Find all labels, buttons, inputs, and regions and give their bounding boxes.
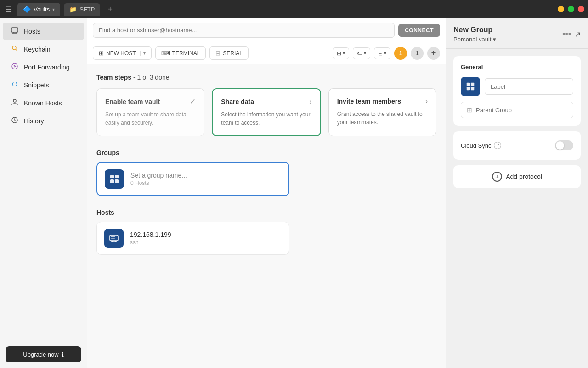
toolbar: CONNECT — [87, 18, 446, 42]
app-body: Hosts Keychain Port Fo — [0, 18, 588, 368]
upgrade-label: Upgrade now — [23, 351, 58, 358]
svg-rect-17 — [111, 236, 113, 237]
hosts-icon — [10, 27, 19, 36]
grid-dropdown-icon: ▾ — [343, 51, 345, 56]
serial-button[interactable]: ⊟ SERIAL — [209, 46, 249, 60]
grid-view-button[interactable]: ⊞ ▾ — [333, 47, 349, 59]
minimize-button[interactable] — [558, 6, 564, 12]
right-panel: New Group Personal vault ▾ ••• ↗ General — [446, 18, 588, 368]
svg-rect-23 — [471, 87, 474, 90]
parent-group-field[interactable]: ⊞ — [461, 102, 573, 118]
sftp-tab-label: SFTP — [79, 6, 95, 13]
step-share-data-header: Share data › — [221, 98, 311, 106]
columns-icon: ⊟ — [378, 50, 383, 57]
step-enable-vault[interactable]: Enable team vault ✓ Set up a team vault … — [96, 88, 204, 136]
sidebar: Hosts Keychain Port Fo — [0, 18, 87, 368]
vaults-tab-label: Vaults — [34, 6, 50, 13]
step-invite-members-title: Invite team members — [337, 98, 401, 105]
sidebar-item-port-forwarding[interactable]: Port Forwarding — [3, 58, 84, 76]
step-invite-members-desc: Grant access to the shared vault to your… — [337, 110, 428, 126]
sidebar-item-keychain[interactable]: Keychain — [3, 40, 84, 58]
badge-orange-button[interactable]: 1 — [394, 47, 407, 60]
new-host-dropdown[interactable]: ▾ — [140, 51, 146, 56]
upgrade-button[interactable]: Upgrade now ℹ — [6, 346, 81, 362]
add-tab-button[interactable]: + — [104, 3, 116, 16]
search-input[interactable] — [93, 23, 395, 38]
maximize-button[interactable] — [568, 6, 574, 12]
hosts-section: Hosts 192.168.1 — [96, 209, 436, 255]
team-steps-title: Team steps — [96, 74, 131, 81]
tag-dropdown-icon: ▾ — [364, 51, 366, 56]
new-host-label: NEW HOST — [106, 50, 136, 57]
svg-rect-0 — [11, 28, 18, 32]
panel-expand-button[interactable]: ↗ — [575, 30, 581, 39]
titlebar: ☰ 🔷 Vaults ▾ 📁 SFTP + — [0, 0, 588, 18]
svg-rect-10 — [115, 175, 119, 178]
grid-icon: ⊞ — [337, 50, 341, 57]
group-count: 0 Hosts — [130, 180, 281, 186]
parent-group-input[interactable] — [476, 107, 567, 114]
step-invite-members[interactable]: Invite team members › Grant access to th… — [328, 88, 436, 136]
close-button[interactable] — [578, 6, 584, 12]
svg-point-4 — [12, 46, 16, 50]
new-host-button[interactable]: ⊞ NEW HOST ▾ — [93, 46, 152, 60]
snippets-label: Snippets — [24, 81, 49, 89]
groups-title: Groups — [96, 149, 436, 156]
panel-general-section: General ⊞ — [453, 56, 581, 126]
panel-group-icon[interactable] — [461, 77, 480, 96]
terminal-label: TERMINAL — [172, 50, 200, 57]
svg-rect-9 — [110, 175, 114, 178]
sidebar-item-history[interactable]: History — [3, 112, 84, 130]
panel-icon-label-row — [461, 77, 573, 96]
panel-more-button[interactable]: ••• — [562, 29, 571, 39]
host-item-1[interactable]: 192.168.1.199 ssh — [96, 222, 289, 255]
sidebar-item-snippets[interactable]: Snippets — [3, 76, 84, 94]
main-content: CONNECT ⊞ NEW HOST ▾ ⌨ TERMINAL ⊟ SERIAL… — [87, 18, 446, 368]
sidebar-item-hosts[interactable]: Hosts — [3, 23, 84, 40]
sidebar-item-known-hosts[interactable]: Known Hosts — [3, 94, 84, 112]
connect-button[interactable]: CONNECT — [398, 24, 440, 37]
columns-view-button[interactable]: ⊟ ▾ — [374, 47, 390, 59]
svg-rect-18 — [113, 236, 115, 237]
panel-subtitle-dropdown-icon: ▾ — [493, 36, 496, 43]
cloud-sync-label: Cloud Sync ? — [461, 142, 501, 149]
team-steps-container: Enable team vault ✓ Set up a team vault … — [96, 88, 436, 136]
columns-dropdown-icon: ▾ — [384, 51, 386, 56]
svg-point-6 — [12, 63, 17, 69]
cloud-sync-help-button[interactable]: ? — [494, 142, 501, 149]
step-invite-members-header: Invite team members › — [337, 97, 428, 105]
serial-icon: ⊟ — [215, 50, 220, 57]
panel-subtitle-vault[interactable]: Personal vault ▾ — [453, 36, 496, 43]
step-enable-vault-desc: Set up a team vault to share data easily… — [105, 110, 196, 127]
terminal-button[interactable]: ⌨ TERMINAL — [155, 46, 206, 60]
tab-sftp[interactable]: 📁 SFTP — [64, 3, 100, 16]
host-icon — [104, 229, 124, 248]
badge-add-button[interactable]: + — [427, 47, 440, 60]
groups-section: Groups Set a group name... 0 Hosts — [96, 149, 436, 196]
step-share-data[interactable]: Share data › Select the information you … — [212, 88, 321, 136]
cloud-sync-text: Cloud Sync — [461, 142, 491, 149]
tag-view-button[interactable]: 🏷 ▾ — [353, 47, 370, 59]
add-protocol-button[interactable]: + Add protocol — [453, 165, 581, 188]
badge-gray-button[interactable]: 1 — [411, 47, 424, 60]
action-bar: ⊞ NEW HOST ▾ ⌨ TERMINAL ⊟ SERIAL ⊞ ▾ 🏷 ▾ — [87, 42, 446, 64]
label-input[interactable] — [485, 78, 573, 95]
host-name: 192.168.1.199 — [130, 231, 282, 238]
add-protocol-icon: + — [492, 172, 502, 182]
step-enable-vault-check: ✓ — [190, 97, 196, 106]
vaults-dropdown-icon[interactable]: ▾ — [52, 7, 55, 12]
sidebar-nav: Hosts Keychain Port Fo — [0, 18, 87, 341]
svg-rect-13 — [110, 235, 118, 241]
group-item-new[interactable]: Set a group name... 0 Hosts — [96, 162, 289, 196]
add-protocol-content: + Add protocol — [492, 172, 542, 182]
cloud-sync-toggle[interactable] — [555, 140, 573, 150]
tab-vaults[interactable]: 🔷 Vaults ▾ — [17, 3, 60, 16]
step-enable-vault-header: Enable team vault ✓ — [105, 97, 196, 106]
step-invite-members-arrow: › — [425, 97, 428, 105]
history-label: History — [24, 117, 44, 125]
menu-icon[interactable]: ☰ — [4, 3, 14, 16]
team-steps-header: Team steps - 1 of 3 done — [96, 74, 436, 81]
panel-title-area: New Group Personal vault ▾ — [453, 26, 496, 43]
panel-cloud-sync-section: Cloud Sync ? — [453, 131, 581, 160]
host-info: 192.168.1.199 ssh — [130, 231, 282, 246]
